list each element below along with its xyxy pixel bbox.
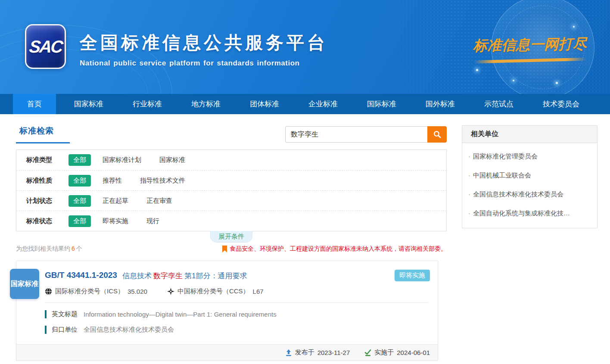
filter-label: 标准类型 — [26, 156, 68, 164]
filter-panel: 标准类型 全部 国家标准计划 国家标准 标准性质 全部 推荐性 指导性技术文件 … — [16, 149, 447, 231]
header-slogan: 标准信息一网打尽 — [470, 35, 590, 62]
standard-type-badge: 国家标准 — [10, 269, 39, 299]
card-body: GB/T 43441.1-2023 信息技术数字孪生第1部分：通用要求 国际标准… — [16, 261, 438, 334]
related-units-title: 相关单位 — [471, 130, 498, 139]
filter-selected-all[interactable]: 全部 — [68, 215, 91, 227]
result-count-number: 6 — [70, 245, 76, 252]
search-results-column: 标准检索 标准类型 全部 国家标准计划 国家标准 标准性质 全部 — [16, 125, 447, 361]
filter-row-plan-status: 计划状态 全部 正在起草 正在审查 — [16, 190, 446, 211]
site-title-cn: 全国标准信息公共服务平台 — [80, 31, 328, 55]
slogan-text: 标准信息一网打尽 — [470, 34, 591, 56]
nav-item-group-standards[interactable]: 团体标准 — [239, 94, 290, 114]
nav-item-international-standards[interactable]: 国际标准 — [356, 94, 408, 114]
system-notice: 食品安全、环境保护、工程建设方面的国家标准未纳入本系统，请咨询相关部委。 — [222, 245, 447, 253]
filter-option[interactable]: 现行 — [146, 217, 159, 225]
title-highlight: 数字孪生 — [152, 272, 184, 280]
standard-title-link[interactable]: 信息技术数字孪生第1部分：通用要求 — [122, 271, 247, 281]
title-part1: 信息技术 — [122, 272, 152, 280]
nav-item-local-standards[interactable]: 地方标准 — [180, 94, 232, 114]
sidebar-item-it-standardization-committee[interactable]: ·全国信息技术标准化技术委员会 — [468, 190, 591, 199]
results-meta-row: 为您找到相关结果约6个 食品安全、环境保护、工程建设方面的国家标准未纳入本系统，… — [16, 245, 447, 253]
card-divider — [45, 302, 429, 303]
bullet: · — [468, 171, 470, 179]
related-units-header: 相关单位 — [462, 126, 597, 143]
status-badge: 即将实施 — [395, 270, 430, 281]
compass-icon — [167, 288, 174, 295]
filter-row-standard-nature: 标准性质 全部 推荐性 指导性技术文件 — [16, 170, 446, 190]
section-title-wrap: 标准检索 — [16, 125, 70, 143]
check-icon — [364, 349, 371, 356]
bookmark-icon — [222, 246, 227, 252]
filter-option[interactable]: 国家标准 — [159, 156, 185, 164]
site-header: SAC 全国标准信息公共服务平台 National public service… — [0, 0, 610, 94]
filter-selected-all[interactable]: 全部 — [68, 195, 91, 207]
title-part2: 第1部分：通用要求 — [184, 272, 247, 280]
publish-date-item: 发布于 2023-11-27 — [285, 348, 350, 357]
nav-item-national-standards[interactable]: 国家标准 — [63, 94, 115, 114]
bullet: · — [468, 190, 470, 198]
related-units-list: ·国家标准化管理委员会 ·中国机械工业联合会 ·全国信息技术标准化技术委员会 ·… — [462, 143, 597, 228]
sac-logo-text: SAC — [28, 37, 62, 56]
expand-conditions-button[interactable]: 展开条件 — [210, 231, 252, 243]
dept-label: 归口单位 — [52, 326, 78, 334]
filter-option[interactable]: 推荐性 — [103, 177, 122, 185]
standard-code-link[interactable]: GB/T 43441.1-2023 — [45, 271, 117, 280]
filter-option[interactable]: 国家标准计划 — [103, 156, 141, 164]
spark-dot — [513, 80, 514, 81]
filter-option[interactable]: 即将实施 — [103, 217, 128, 225]
classification-row: 国际标准分类号（ICS） 35.020 中国标准分类号（CCS） L67 — [45, 287, 429, 296]
nav-item-enterprise-standards[interactable]: 企业标准 — [297, 94, 349, 114]
sidebar-item-automation-committee[interactable]: ·全国自动化系统与集成标准化技… — [468, 209, 591, 218]
publish-date: 2023-11-27 — [317, 349, 350, 356]
site-titles: 全国标准信息公共服务平台 National public service pla… — [80, 31, 328, 68]
search-section: 标准检索 — [16, 125, 447, 143]
sac-logo[interactable]: SAC — [25, 24, 66, 69]
related-units-panel: 相关单位 ·国家标准化管理委员会 ·中国机械工业联合会 ·全国信息技术标准化技术… — [462, 125, 598, 228]
filter-selected-all[interactable]: 全部 — [68, 154, 91, 166]
search-button[interactable] — [427, 126, 447, 143]
search-icon — [433, 130, 442, 139]
filter-row-standard-status: 标准状态 全部 即将实施 现行 — [16, 211, 446, 231]
main-nav: 首页 国家标准 行业标准 地方标准 团体标准 企业标准 国际标准 国外标准 示范… — [0, 94, 610, 114]
english-title-label: 英文标题 — [52, 310, 78, 318]
implement-date-item: 实施于 2024-06-01 — [364, 348, 430, 357]
spark-dot — [573, 26, 575, 28]
standard-result-card: 国家标准 即将实施 GB/T 43441.1-2023 信息技术数字孪生第1部分… — [16, 261, 438, 361]
sidebar-item-machinery-federation[interactable]: ·中国机械工业联合会 — [468, 171, 591, 180]
search-input[interactable] — [285, 126, 427, 143]
globe-icon — [45, 288, 52, 295]
sidebar-item-sac[interactable]: ·国家标准化管理委员会 — [468, 152, 591, 161]
teal-marker — [45, 326, 47, 334]
nav-item-home[interactable]: 首页 — [13, 94, 56, 114]
publish-icon — [285, 349, 292, 356]
nav-item-foreign-standards[interactable]: 国外标准 — [414, 94, 466, 114]
filter-option[interactable]: 正在起草 — [103, 197, 128, 205]
card-footer: 发布于 2023-11-27 实施于 2024-06-01 — [16, 344, 438, 361]
page-title: 标准检索 — [16, 125, 70, 137]
publish-label: 发布于 — [295, 348, 314, 357]
expand-conditions-label: 展开条件 — [218, 233, 244, 241]
search-box — [285, 126, 447, 143]
filter-option[interactable]: 正在审查 — [146, 197, 172, 205]
nav-item-technical-committee[interactable]: 技术委员会 — [532, 94, 591, 114]
nav-item-industry-standards[interactable]: 行业标准 — [121, 94, 173, 114]
nav-item-pilot[interactable]: 示范试点 — [473, 94, 525, 114]
english-title-value: Information technology—Digital twin—Part… — [84, 311, 277, 318]
bullet: · — [468, 152, 470, 160]
filter-option[interactable]: 指导性技术文件 — [140, 177, 185, 185]
site-title-en: National public service platform for sta… — [80, 59, 328, 68]
result-count: 为您找到相关结果约6个 — [16, 245, 82, 253]
ics-value: 35.020 — [128, 288, 147, 295]
filter-selected-all[interactable]: 全部 — [68, 175, 91, 187]
standard-title-row: GB/T 43441.1-2023 信息技术数字孪生第1部分：通用要求 — [45, 271, 429, 281]
bullet: · — [468, 209, 470, 217]
ccs-label: 中国标准分类号（CCS） — [177, 287, 249, 296]
implement-date: 2024-06-01 — [397, 349, 430, 356]
ics-label: 国际标准分类号（ICS） — [55, 287, 124, 296]
spark-dot — [556, 82, 558, 84]
page-content: 标准检索 标准类型 全部 国家标准计划 国家标准 标准性质 全部 — [0, 114, 610, 361]
teal-marker — [45, 310, 47, 318]
filter-label: 标准状态 — [26, 217, 68, 225]
filter-row-standard-type: 标准类型 全部 国家标准计划 国家标准 — [16, 150, 446, 170]
english-title-row: 英文标题 Information technology—Digital twin… — [45, 310, 429, 318]
